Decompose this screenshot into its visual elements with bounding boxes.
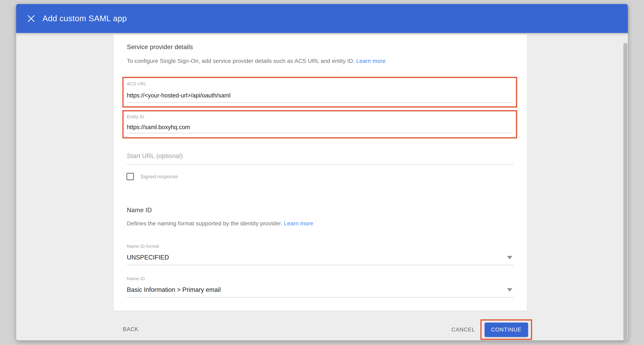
dialog-header: Add custom SAML app [16, 4, 628, 33]
section-description: To configure Single Sign-On, add service… [127, 58, 386, 64]
name-id-select[interactable]: Name ID Basic Information > Primary emai… [127, 276, 514, 298]
name-id-value: Basic Information > Primary email [127, 286, 221, 294]
start-url-field[interactable]: Start URL (optional) [127, 152, 514, 165]
name-id-learn-more-link[interactable]: Learn more [284, 220, 313, 227]
name-id-format-label: Name ID format [127, 244, 514, 249]
close-icon [27, 15, 35, 22]
name-id-description-text: Defines the naming format supported by t… [127, 220, 284, 227]
start-url-placeholder: Start URL (optional) [127, 152, 514, 160]
entity-id-highlight-box: Entity ID https://saml.boxyhq.com [122, 110, 517, 138]
entity-id-label: Entity ID [127, 114, 513, 119]
back-button[interactable]: BACK [123, 326, 138, 333]
signed-response-row: Signed response [126, 173, 178, 180]
section-heading-name-id: Name ID [127, 207, 152, 214]
add-custom-saml-app-dialog: Add custom SAML app Service provider det… [16, 4, 628, 340]
section-description-text: To configure Single Sign-On, add service… [127, 58, 356, 64]
name-id-format-value: UNSPECIFIED [127, 254, 169, 261]
entity-id-value[interactable]: https://saml.boxyhq.com [127, 123, 513, 133]
name-id-label: Name ID [127, 276, 514, 281]
chevron-down-icon[interactable] [507, 288, 512, 292]
acs-url-field[interactable]: ACS URL https://<your-hosted-url>/api/oa… [127, 78, 513, 103]
cancel-button[interactable]: CANCEL [452, 327, 475, 333]
acs-url-label: ACS URL [127, 81, 513, 86]
continue-button[interactable]: CONTINUE [484, 323, 528, 337]
service-provider-card: Service provider details To configure Si… [114, 34, 527, 311]
acs-url-highlight-box: ACS URL https://<your-hosted-url>/api/oa… [122, 77, 517, 107]
learn-more-link[interactable]: Learn more [356, 58, 386, 64]
continue-highlight-box: CONTINUE [480, 319, 532, 340]
entity-id-field[interactable]: Entity ID https://saml.boxyhq.com [127, 111, 513, 133]
section-heading-service-provider-details: Service provider details [127, 43, 193, 51]
name-id-description: Defines the naming format supported by t… [127, 220, 313, 227]
close-button[interactable] [26, 13, 37, 24]
dialog-title: Add custom SAML app [42, 14, 127, 23]
chevron-down-icon[interactable] [507, 256, 512, 259]
acs-url-value[interactable]: https://<your-hosted-url>/api/oauth/saml [127, 92, 513, 103]
signed-response-checkbox[interactable] [126, 173, 134, 180]
vertical-scrollbar-thumb[interactable] [623, 43, 628, 342]
name-id-format-select[interactable]: Name ID format UNSPECIFIED [127, 244, 514, 265]
signed-response-label: Signed response [140, 174, 178, 179]
